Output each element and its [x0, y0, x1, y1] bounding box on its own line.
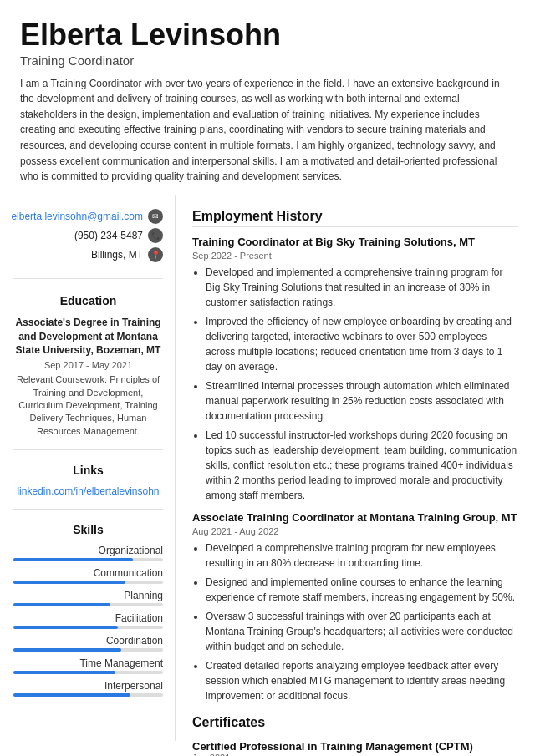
candidate-summary: I am a Training Coordinator with over tw… — [20, 76, 515, 185]
education-title: Education — [13, 294, 163, 307]
job-bullet: Designed and implemented online courses … — [206, 575, 518, 605]
jobs-list: Training Coordinator at Big Sky Training… — [192, 236, 518, 703]
skill-bar-fill — [13, 603, 110, 606]
employment-section: Employment History Training Coordinator … — [192, 209, 518, 703]
certs-list: Certified Professional in Training Manag… — [192, 740, 518, 756]
skill-item: Coordination — [13, 635, 163, 652]
job-title: Training Coordinator at Big Sky Training… — [192, 236, 518, 250]
skills-title: Skills — [13, 523, 163, 536]
phone-value: (950) 234-5487 — [74, 230, 143, 241]
job-bullet: Led 10 successful instructor-led worksho… — [206, 428, 518, 503]
skill-bar-bg — [13, 671, 163, 674]
job-bullet: Created detailed reports analyzing emplo… — [206, 658, 518, 703]
skill-item: Communication — [13, 567, 163, 584]
job-bullets-list: Developed and implemented a comprehensiv… — [192, 265, 518, 503]
skill-label: Coordination — [13, 635, 163, 647]
certificates-title: Certificates — [192, 715, 518, 733]
job-bullet: Developed and implemented a comprehensiv… — [206, 265, 518, 310]
contact-section: elberta.levinsohn@gmail.com ✉ (950) 234-… — [13, 209, 163, 279]
job-bullets-list: Developed a comprehensive training progr… — [192, 540, 518, 703]
job-title: Associate Training Coordinator at Montan… — [192, 511, 518, 525]
location-icon: 📍 — [148, 247, 163, 262]
skill-item: Facilitation — [13, 612, 163, 629]
skills-section: Skills Organizational Communication Plan… — [13, 523, 163, 714]
job-entry: Associate Training Coordinator at Montan… — [192, 511, 518, 703]
skill-bar-fill — [13, 693, 130, 697]
coursework-label: Relevant Coursework: — [17, 374, 107, 384]
job-bullet: Streamlined internal processes through a… — [206, 378, 518, 424]
job-entry: Training Coordinator at Big Sky Training… — [192, 236, 518, 503]
links-section: Links linkedin.com/in/elbertalevinsohn — [13, 464, 163, 510]
main-content: Employment History Training Coordinator … — [176, 195, 535, 756]
skill-bar-fill — [13, 558, 133, 561]
skill-bar-fill — [13, 626, 118, 629]
skill-item: Interpersonal — [13, 680, 163, 697]
location-value: Billings, MT — [91, 249, 143, 261]
education-coursework: Relevant Coursework: Principles of Train… — [13, 373, 163, 438]
skill-bar-bg — [13, 693, 163, 697]
skill-bar-bg — [13, 603, 163, 606]
skill-item: Organizational — [13, 545, 163, 561]
cert-name: Certified Professional in Training Manag… — [192, 740, 518, 753]
education-dates: Sep 2017 - May 2021 — [13, 360, 163, 370]
job-bullet: Improved the efficiency of new employee … — [206, 314, 518, 374]
candidate-name: Elberta Levinsohn — [20, 18, 515, 52]
cert-entry: Certified Professional in Training Manag… — [192, 740, 518, 756]
phone-icon: 📞 — [148, 228, 163, 243]
email-link[interactable]: elberta.levinsohn@gmail.com — [11, 211, 143, 222]
location-contact: Billings, MT 📍 — [13, 247, 163, 262]
phone-contact: (950) 234-5487 📞 — [13, 228, 163, 243]
skill-bar-bg — [13, 648, 163, 652]
job-dates: Sep 2022 - Present — [192, 251, 518, 261]
email-contact: elberta.levinsohn@gmail.com ✉ — [13, 209, 163, 224]
skills-list: Organizational Communication Planning Fa… — [13, 545, 163, 697]
education-section: Education Associate's Degree in Training… — [13, 294, 163, 450]
linkedin-link[interactable]: linkedin.com/in/elbertalevinsohn — [13, 485, 163, 497]
sidebar: elberta.levinsohn@gmail.com ✉ (950) 234-… — [0, 195, 176, 741]
certificates-section: Certificates Certified Professional in T… — [192, 715, 518, 756]
skill-bar-fill — [13, 671, 115, 674]
candidate-title: Training Coordinator — [20, 53, 515, 68]
skill-label: Interpersonal — [13, 680, 163, 692]
skill-bar-bg — [13, 626, 163, 629]
skill-label: Planning — [13, 590, 163, 601]
skill-label: Facilitation — [13, 612, 163, 624]
skill-label: Organizational — [13, 545, 163, 556]
skill-item: Planning — [13, 590, 163, 606]
links-title: Links — [13, 464, 163, 477]
skill-bar-fill — [13, 648, 121, 652]
education-degree: Associate's Degree in Training and Devel… — [13, 316, 163, 358]
skill-bar-bg — [13, 581, 163, 584]
cert-date: Jan 2021 — [192, 753, 518, 756]
email-icon: ✉ — [148, 209, 163, 224]
two-column-layout: elberta.levinsohn@gmail.com ✉ (950) 234-… — [0, 195, 535, 756]
skill-item: Time Management — [13, 657, 163, 674]
job-bullet: Oversaw 3 successful trainings with over… — [206, 609, 518, 654]
job-bullet: Developed a comprehensive training progr… — [206, 540, 518, 571]
skill-label: Time Management — [13, 657, 163, 669]
job-dates: Aug 2021 - Aug 2022 — [192, 526, 518, 536]
skill-bar-bg — [13, 558, 163, 561]
skill-bar-fill — [13, 581, 125, 584]
employment-title: Employment History — [192, 209, 518, 227]
skill-label: Communication — [13, 567, 163, 579]
resume-header: Elberta Levinsohn Training Coordinator I… — [0, 0, 535, 195]
